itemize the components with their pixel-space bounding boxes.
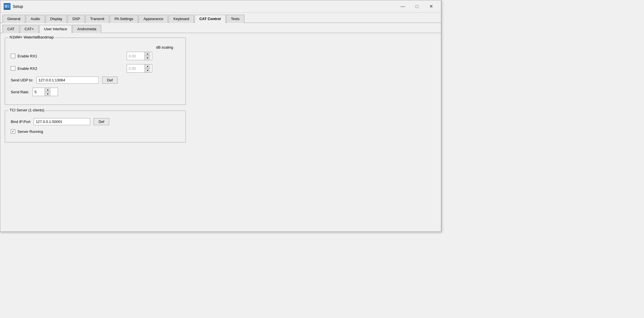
enable-rx2-checkbox[interactable] — [11, 66, 15, 71]
rx2-db-down-arrow[interactable]: ▼ — [145, 68, 150, 72]
rx1-db-spinbox: ▲ ▼ — [127, 52, 152, 60]
rx2-db-arrows: ▲ ▼ — [145, 64, 150, 72]
sub-tab-cat-plus[interactable]: CAT+ — [20, 25, 39, 33]
server-running-checkbox[interactable] — [11, 129, 15, 134]
tab-pa-settings[interactable]: PA Settings — [110, 15, 138, 23]
tab-appearance[interactable]: Appearance — [139, 15, 168, 23]
send-rate-arrows: ▲ ▼ — [45, 88, 51, 96]
enable-rx1-label: Enable RX1 — [18, 54, 37, 58]
enable-rx1-checkbox-wrapper: Enable RX1 — [11, 54, 37, 58]
maximize-button[interactable]: □ — [410, 2, 423, 11]
app-icon — [4, 3, 10, 10]
n1mm-group-content: dB scaling Enable RX1 ▲ ▼ — [11, 45, 180, 96]
rx1-db-up-arrow[interactable]: ▲ — [145, 52, 150, 56]
rx1-db-input[interactable] — [127, 52, 145, 60]
send-rate-down-arrow[interactable]: ▼ — [45, 92, 51, 96]
send-udp-def-button[interactable]: Def — [102, 77, 117, 84]
send-rate-up-arrow[interactable]: ▲ — [45, 88, 51, 92]
tab-transmit[interactable]: Transmit — [85, 15, 109, 23]
sub-tab-user-interface[interactable]: User Interface — [39, 25, 72, 33]
svg-rect-3 — [8, 7, 9, 8]
send-rate-input[interactable] — [33, 88, 45, 96]
sub-tab-cat[interactable]: CAT — [3, 25, 19, 33]
bind-ip-row: Bind IP:Port Def — [11, 118, 180, 125]
svg-rect-2 — [8, 5, 9, 6]
content-area: N1MM+ WaterfallBandmap dB scaling Enable… — [0, 33, 441, 232]
send-udp-input[interactable] — [36, 77, 99, 84]
rx2-db-input[interactable] — [127, 64, 145, 72]
main-tab-bar: General Audio Display DSP Transmit PA Se… — [0, 13, 441, 23]
send-rate-row: Send Rate: ▲ ▼ — [11, 88, 180, 96]
tab-cat-control[interactable]: CAT Control — [195, 15, 226, 23]
close-button[interactable]: ✕ — [425, 2, 438, 11]
enable-rx1-row: Enable RX1 ▲ ▼ — [11, 52, 152, 60]
tab-dsp[interactable]: DSP — [68, 15, 85, 23]
tci-group-content: Bind IP:Port Def Server Running — [11, 118, 180, 134]
sub-tab-andromeda[interactable]: Andromeda — [72, 25, 101, 33]
send-udp-row: Send UDP to: Def — [11, 77, 180, 84]
tci-group-title: TCI Server (1 clients) — [8, 108, 46, 112]
n1mm-groupbox: N1MM+ WaterfallBandmap dB scaling Enable… — [5, 38, 186, 105]
minimize-button[interactable]: — — [396, 2, 409, 11]
rx1-db-down-arrow[interactable]: ▼ — [145, 56, 150, 60]
db-scaling-header: dB scaling — [11, 45, 180, 49]
titlebar-controls: — □ ✕ — [396, 2, 438, 11]
send-udp-label: Send UDP to: — [11, 78, 33, 82]
tab-audio[interactable]: Audio — [26, 15, 45, 23]
db-scaling-label: dB scaling — [150, 45, 179, 49]
tab-general[interactable]: General — [3, 15, 25, 23]
bind-ip-input[interactable] — [34, 118, 90, 125]
tci-groupbox: TCI Server (1 clients) Bind IP:Port Def … — [5, 111, 186, 142]
tci-def-button[interactable]: Def — [94, 118, 109, 125]
send-rate-label: Send Rate: — [11, 90, 29, 94]
server-running-label: Server Running — [18, 129, 43, 134]
titlebar-left: Setup — [4, 3, 23, 10]
rx2-db-up-arrow[interactable]: ▲ — [145, 64, 150, 68]
bind-ip-label: Bind IP:Port — [11, 120, 30, 124]
titlebar: Setup — □ ✕ — [0, 0, 441, 13]
enable-rx2-row: Enable RX2 ▲ ▼ — [11, 64, 152, 73]
svg-rect-1 — [5, 5, 7, 8]
setup-window: Setup — □ ✕ General Audio Display DSP Tr… — [0, 0, 441, 232]
enable-rx1-checkbox[interactable] — [11, 54, 15, 58]
rx1-db-arrows: ▲ ▼ — [145, 52, 150, 60]
rx2-db-spinbox: ▲ ▼ — [127, 64, 152, 73]
send-rate-spinbox: ▲ ▼ — [33, 88, 58, 96]
sub-tab-bar: CAT CAT+ User Interface Andromeda — [0, 23, 441, 33]
enable-rx2-checkbox-wrapper: Enable RX2 — [11, 66, 37, 71]
enable-rx2-label: Enable RX2 — [18, 66, 37, 71]
server-running-row: Server Running — [11, 129, 180, 134]
n1mm-group-title: N1MM+ WaterfallBandmap — [8, 35, 55, 39]
tab-keyboard[interactable]: Keyboard — [169, 15, 194, 23]
tab-display[interactable]: Display — [46, 15, 67, 23]
tab-tests[interactable]: Tests — [226, 15, 244, 23]
window-title: Setup — [13, 4, 23, 9]
